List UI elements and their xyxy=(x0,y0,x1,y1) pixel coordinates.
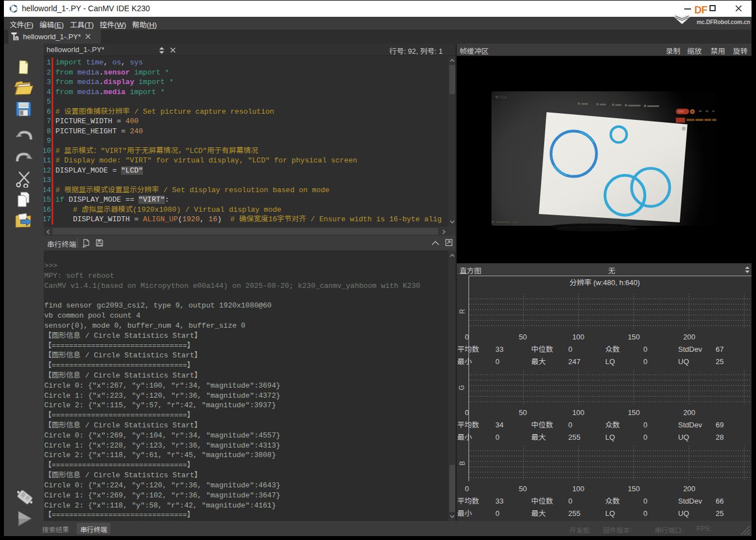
svg-text:25: 25 xyxy=(716,357,723,366)
svg-text:分辨率 (w:480, h:640): 分辨率 (w:480, h:640) xyxy=(569,278,640,287)
svg-text:200: 200 xyxy=(683,485,695,493)
svg-text:0: 0 xyxy=(495,433,499,441)
svg-text:200: 200 xyxy=(683,408,695,417)
svg-text:中位数: 中位数 xyxy=(531,345,553,353)
svg-text:G: G xyxy=(458,385,466,390)
svg-text:150: 150 xyxy=(628,485,640,493)
svg-text:0: 0 xyxy=(643,497,647,505)
svg-text:LQ: LQ xyxy=(605,433,615,441)
svg-text:69: 69 xyxy=(716,421,723,429)
svg-text:0: 0 xyxy=(643,433,647,441)
svg-text:66: 66 xyxy=(716,497,723,505)
svg-text:0: 0 xyxy=(465,408,469,417)
svg-text:67: 67 xyxy=(716,345,723,353)
svg-text:0: 0 xyxy=(568,345,572,353)
svg-text:0: 0 xyxy=(568,497,572,505)
svg-text:B: B xyxy=(458,461,466,465)
svg-text:0: 0 xyxy=(643,509,647,518)
svg-text:0: 0 xyxy=(568,421,572,429)
svg-text:众数: 众数 xyxy=(605,421,620,429)
svg-text:◥ TGA: ◥ TGA xyxy=(495,95,507,99)
svg-text:0: 0 xyxy=(495,357,499,366)
svg-text:50: 50 xyxy=(519,485,527,493)
svg-text:150: 150 xyxy=(628,408,640,417)
svg-text:最小: 最小 xyxy=(457,509,472,518)
svg-text:28: 28 xyxy=(716,433,723,441)
svg-text:100: 100 xyxy=(572,408,585,417)
svg-text:50: 50 xyxy=(519,408,527,417)
svg-text:0: 0 xyxy=(495,509,499,518)
svg-text:UQ: UQ xyxy=(678,433,689,441)
svg-text:LQ: LQ xyxy=(605,509,615,518)
svg-text:255: 255 xyxy=(568,509,581,518)
svg-text:150: 150 xyxy=(628,333,640,341)
svg-text:StdDev: StdDev xyxy=(678,421,702,429)
svg-text:247: 247 xyxy=(568,357,581,366)
svg-text:平均数: 平均数 xyxy=(457,421,479,429)
svg-text:25: 25 xyxy=(716,509,723,518)
svg-text:UQ: UQ xyxy=(678,509,689,518)
svg-text:StdDev: StdDev xyxy=(678,345,702,353)
svg-text:最小: 最小 xyxy=(457,433,472,441)
svg-text:0: 0 xyxy=(643,345,647,353)
svg-text:50: 50 xyxy=(519,333,527,341)
svg-text:众数: 众数 xyxy=(605,497,620,505)
svg-text:平均数: 平均数 xyxy=(457,345,479,353)
svg-text:最大: 最大 xyxy=(531,433,546,441)
svg-text:最大: 最大 xyxy=(531,509,546,518)
svg-text:100: 100 xyxy=(572,485,585,493)
svg-text:0: 0 xyxy=(643,357,647,366)
svg-text:LQ: LQ xyxy=(605,357,615,366)
svg-text:34: 34 xyxy=(495,421,503,429)
svg-text:255: 255 xyxy=(568,433,581,441)
svg-text:众数: 众数 xyxy=(605,345,620,353)
svg-text:0: 0 xyxy=(465,485,469,493)
svg-text:中位数: 中位数 xyxy=(531,497,553,505)
svg-text:R: R xyxy=(458,309,466,314)
svg-text:200: 200 xyxy=(683,333,695,341)
svg-text:33: 33 xyxy=(495,345,503,353)
svg-text:0: 0 xyxy=(643,421,647,429)
svg-text:平均数: 平均数 xyxy=(457,497,479,505)
svg-text:StdDev: StdDev xyxy=(678,497,702,505)
svg-text:最小: 最小 xyxy=(457,357,472,366)
svg-text:0: 0 xyxy=(465,333,469,341)
svg-text:最大: 最大 xyxy=(531,357,546,366)
svg-text:33: 33 xyxy=(495,497,503,505)
svg-text:100: 100 xyxy=(572,333,585,341)
svg-text:UQ: UQ xyxy=(678,357,689,366)
svg-text:中位数: 中位数 xyxy=(531,421,553,429)
